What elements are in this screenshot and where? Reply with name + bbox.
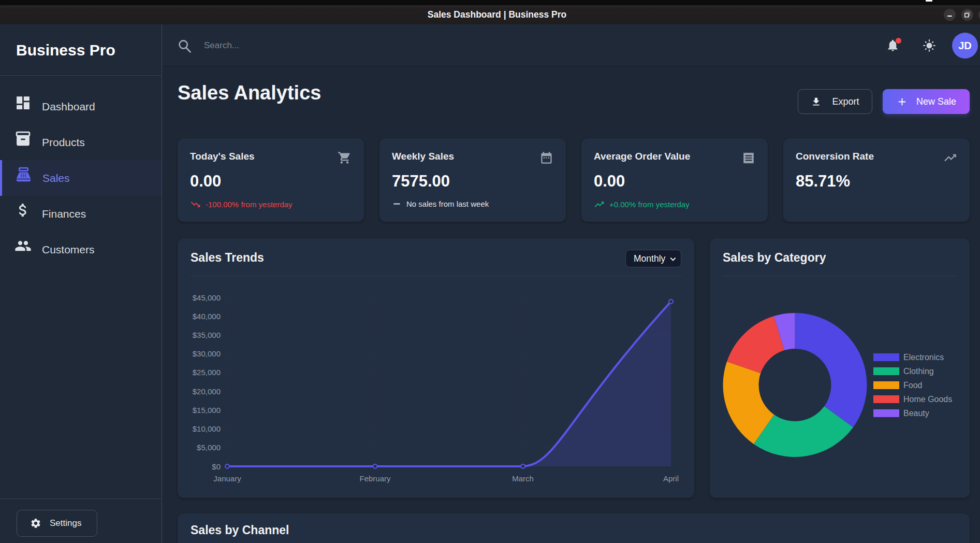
svg-text:Clothing: Clothing — [903, 367, 934, 376]
svg-text:$35,000: $35,000 — [193, 331, 221, 339]
svg-text:$10,000: $10,000 — [193, 424, 221, 433]
svg-text:Beauty: Beauty — [903, 409, 929, 418]
svg-text:Home Goods: Home Goods — [903, 395, 952, 404]
svg-text:January: January — [213, 474, 241, 483]
svg-text:March: March — [512, 474, 534, 483]
svg-text:February: February — [359, 474, 391, 483]
svg-text:$0: $0 — [212, 462, 221, 471]
svg-text:Food: Food — [903, 381, 922, 390]
svg-text:April: April — [663, 474, 679, 483]
svg-text:Electronics: Electronics — [903, 353, 944, 362]
svg-text:$5,000: $5,000 — [197, 443, 221, 452]
svg-text:$30,000: $30,000 — [193, 349, 221, 358]
svg-text:$45,000: $45,000 — [193, 293, 221, 302]
svg-text:$40,000: $40,000 — [193, 312, 221, 321]
svg-text:$25,000: $25,000 — [193, 368, 221, 377]
svg-text:$15,000: $15,000 — [193, 406, 221, 415]
svg-text:$20,000: $20,000 — [193, 387, 221, 396]
